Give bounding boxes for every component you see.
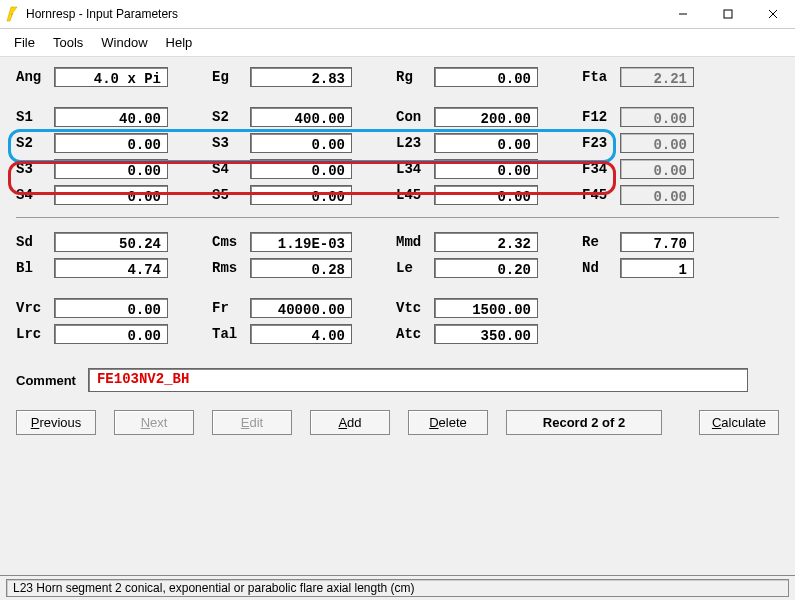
row-s4: S4 0.00 S5 0.00 L45 0.00 F45 0.00 [16,185,779,205]
label-f34: F34 [582,161,620,177]
label-le: Le [396,260,434,276]
input-fr[interactable]: 40000.00 [250,298,352,318]
label-nd: Nd [582,260,620,276]
row-sd: Sd 50.24 Cms 1.19E-03 Mmd 2.32 Re 7.70 [16,232,779,252]
label-l23: L23 [396,135,434,151]
input-rg[interactable]: 0.00 [434,67,538,87]
input-s3a[interactable]: 0.00 [250,133,352,153]
menu-window[interactable]: Window [93,33,155,52]
label-f12: F12 [582,109,620,125]
label-s5: S5 [212,187,250,203]
label-mmd: Mmd [396,234,434,250]
label-l45: L45 [396,187,434,203]
input-eg[interactable]: 2.83 [250,67,352,87]
input-l45[interactable]: 0.00 [434,185,538,205]
label-eg: Eg [212,69,250,85]
input-l23[interactable]: 0.00 [434,133,538,153]
label-ang: Ang [16,69,54,85]
input-lrc[interactable]: 0.00 [54,324,168,344]
label-f23: F23 [582,135,620,151]
input-l34[interactable]: 0.00 [434,159,538,179]
output-f12: 0.00 [620,107,694,127]
label-atc: Atc [396,326,434,342]
input-atc[interactable]: 350.00 [434,324,538,344]
label-vrc: Vrc [16,300,54,316]
edit-button: Edit [212,410,292,435]
label-comment: Comment [16,373,76,388]
app-icon [4,6,20,22]
previous-button[interactable]: Previous [16,410,96,435]
label-f45: F45 [582,187,620,203]
label-con: Con [396,109,434,125]
input-s1[interactable]: 40.00 [54,107,168,127]
input-cms[interactable]: 1.19E-03 [250,232,352,252]
label-re: Re [582,234,620,250]
input-comment[interactable]: FE103NV2_BH [88,368,748,392]
add-button[interactable]: Add [310,410,390,435]
input-re[interactable]: 7.70 [620,232,694,252]
svg-rect-2 [724,10,732,18]
input-con[interactable]: 200.00 [434,107,538,127]
label-s4: S4 [16,187,54,203]
minimize-button[interactable] [660,0,705,28]
input-sd[interactable]: 50.24 [54,232,168,252]
input-s2a[interactable]: 400.00 [250,107,352,127]
input-bl[interactable]: 4.74 [54,258,168,278]
input-le[interactable]: 0.20 [434,258,538,278]
label-fta: Fta [582,69,620,85]
label-s2: S2 [16,135,54,151]
input-ang[interactable]: 4.0 x Pi [54,67,168,87]
label-sd: Sd [16,234,54,250]
input-s4a[interactable]: 0.00 [250,159,352,179]
input-s3[interactable]: 0.00 [54,159,168,179]
label-s3: S3 [16,161,54,177]
maximize-button[interactable] [705,0,750,28]
title-bar: Hornresp - Input Parameters [0,0,795,29]
output-f45: 0.00 [620,185,694,205]
record-indicator[interactable]: Record 2 of 2 [506,410,662,435]
label-bl: Bl [16,260,54,276]
menu-bar: File Tools Window Help [0,29,795,57]
content-panel: Ang 4.0 x Pi Eg 2.83 Rg 0.00 Fta 2.21 S1… [0,57,795,441]
row-s1: S1 40.00 S2 400.00 Con 200.00 F12 0.00 [16,107,779,127]
input-rms[interactable]: 0.28 [250,258,352,278]
label-tal: Tal [212,326,250,342]
delete-button[interactable]: Delete [408,410,488,435]
output-f34: 0.00 [620,159,694,179]
input-vrc[interactable]: 0.00 [54,298,168,318]
row-lrc: Lrc 0.00 Tal 4.00 Atc 350.00 [16,324,779,344]
close-button[interactable] [750,0,795,28]
input-s4[interactable]: 0.00 [54,185,168,205]
menu-help[interactable]: Help [158,33,201,52]
menu-file[interactable]: File [6,33,43,52]
label-s3a: S3 [212,135,250,151]
input-tal[interactable]: 4.00 [250,324,352,344]
window-title: Hornresp - Input Parameters [26,7,660,21]
label-fr: Fr [212,300,250,316]
input-vtc[interactable]: 1500.00 [434,298,538,318]
row-s3: S3 0.00 S4 0.00 L34 0.00 F34 0.00 [16,159,779,179]
row-comment: Comment FE103NV2_BH [16,368,779,392]
input-s5[interactable]: 0.00 [250,185,352,205]
status-text: L23 Horn segment 2 conical, exponential … [6,579,789,597]
row-s2: S2 0.00 S3 0.00 L23 0.00 F23 0.00 [16,133,779,153]
status-bar: L23 Horn segment 2 conical, exponential … [0,575,795,600]
label-l34: L34 [396,161,434,177]
label-rms: Rms [212,260,250,276]
input-mmd[interactable]: 2.32 [434,232,538,252]
row-bl: Bl 4.74 Rms 0.28 Le 0.20 Nd 1 [16,258,779,278]
row-ang: Ang 4.0 x Pi Eg 2.83 Rg 0.00 Fta 2.21 [16,67,779,87]
label-lrc: Lrc [16,326,54,342]
next-button: Next [114,410,194,435]
menu-tools[interactable]: Tools [45,33,91,52]
label-rg: Rg [396,69,434,85]
label-cms: Cms [212,234,250,250]
button-row: Previous Next Edit Add Delete Record 2 o… [16,410,779,435]
output-fta: 2.21 [620,67,694,87]
input-nd[interactable]: 1 [620,258,694,278]
svg-marker-0 [7,7,17,21]
separator-1 [16,217,779,218]
label-vtc: Vtc [396,300,434,316]
calculate-button[interactable]: Calculate [699,410,779,435]
input-s2[interactable]: 0.00 [54,133,168,153]
